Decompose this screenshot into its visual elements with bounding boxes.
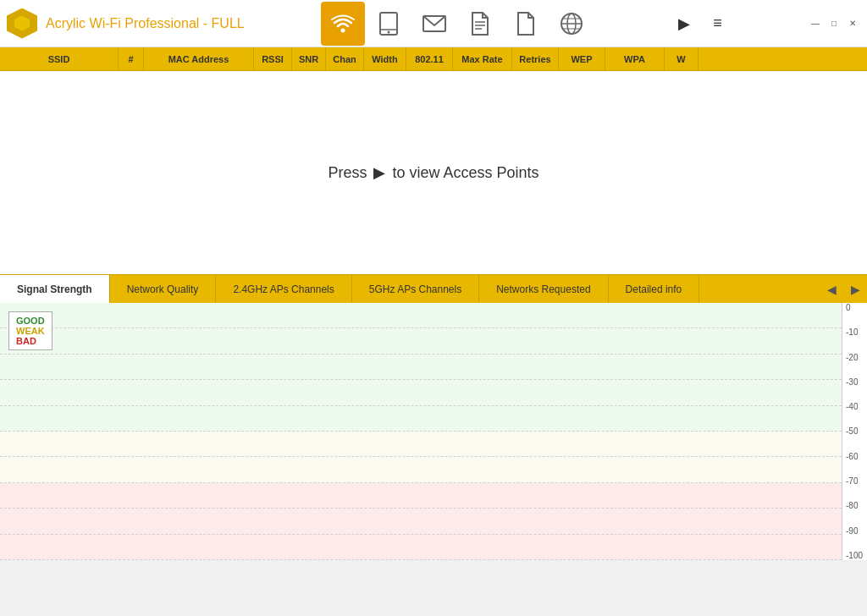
y-label-80: -80 <box>846 501 864 510</box>
chart-row-7 <box>0 483 842 509</box>
globe-icon <box>560 12 583 36</box>
y-label-20: -20 <box>846 353 864 362</box>
bottom-tabs: Signal Strength Network Quality 2.4GHz A… <box>0 274 867 303</box>
tab-signal-strength[interactable]: Signal Strength <box>0 275 110 303</box>
tab-networks-requested[interactable]: Networks Requested <box>479 275 608 303</box>
svg-point-2 <box>388 30 390 33</box>
chart-row-1 <box>0 328 842 354</box>
press-suffix: to view Access Points <box>392 164 538 182</box>
col-wpa: WPA <box>605 47 665 70</box>
col-retries: Retries <box>512 47 559 70</box>
window-controls: — □ ✕ <box>808 16 860 31</box>
toolbar-tablet-button[interactable] <box>367 2 411 46</box>
chart-container <box>0 303 842 560</box>
wifi-icon <box>331 14 355 33</box>
y-label-40: -40 <box>846 402 864 411</box>
y-label-70: -70 <box>846 476 864 486</box>
titlebar: Acrylic Wi-Fi Professional - FULL <box>0 0 867 47</box>
restore-button[interactable]: □ <box>826 16 842 31</box>
y-label-50: -50 <box>846 426 864 436</box>
toolbar-doc1-button[interactable] <box>458 2 502 46</box>
toolbar-envelope-button[interactable] <box>412 2 456 46</box>
col-snr: SNR <box>292 47 326 70</box>
legend-good: GOOD <box>16 316 45 326</box>
legend-bad: BAD <box>16 336 45 346</box>
col-wep: WEP <box>559 47 605 70</box>
minimize-button[interactable]: — <box>808 16 823 31</box>
chart-row-3 <box>0 380 842 405</box>
toolbar <box>321 2 594 46</box>
press-prefix: Press <box>328 164 367 182</box>
chart-row-6 <box>0 457 842 482</box>
col-ssid: SSID <box>0 47 119 70</box>
app-logo <box>7 8 37 39</box>
chart-wrapper: 0 -10 -20 -30 -40 -50 -60 -70 -80 -90 -1… <box>0 303 867 560</box>
app-title-highlight: - FULL <box>199 16 244 30</box>
y-label-30: -30 <box>846 377 864 387</box>
y-label-90: -90 <box>846 526 864 536</box>
tab-network-quality[interactable]: Network Quality <box>110 275 217 303</box>
chart-legend: GOOD WEAK BAD <box>8 311 52 350</box>
col-w: W <box>665 47 699 70</box>
col-maxrate: Max Rate <box>453 47 512 70</box>
tab-prev-button[interactable]: ◀ <box>820 278 843 301</box>
tab-next-button[interactable]: ▶ <box>843 278 867 301</box>
chart-area: GOOD WEAK BAD <box>0 303 867 560</box>
col-width: Width <box>364 47 406 70</box>
main-area: SSID # MAC Address RSSI SNR Chan Width 8… <box>0 47 867 560</box>
app-title: Acrylic Wi-Fi Professional - FULL <box>46 16 245 31</box>
col-mac: MAC Address <box>144 47 254 70</box>
legend-weak: WEAK <box>16 326 45 336</box>
toolbar-doc2-button[interactable] <box>504 2 548 46</box>
tab-5ghz-channels[interactable]: 5GHz APs Channels <box>352 275 479 303</box>
chart-row-4 <box>0 406 842 432</box>
col-80211: 802.11 <box>406 47 453 70</box>
y-label-0: 0 <box>846 303 864 312</box>
main-content: Press ▶ to view Access Points <box>0 71 867 274</box>
titlebar-left: Acrylic Wi-Fi Professional - FULL <box>7 8 245 39</box>
y-label-100: -100 <box>846 551 864 560</box>
press-message: Press ▶ to view Access Points <box>328 163 538 182</box>
col-num: # <box>119 47 144 70</box>
chart-row-2 <box>0 355 842 380</box>
chart-main <box>0 303 842 560</box>
tablet-icon <box>378 12 399 36</box>
play-area: ▶ ≡ <box>671 10 732 37</box>
table-header: SSID # MAC Address RSSI SNR Chan Width 8… <box>0 47 867 71</box>
document-blank-icon <box>516 12 535 36</box>
col-rssi: RSSI <box>254 47 292 70</box>
document-icon <box>471 12 489 36</box>
tab-24ghz-channels[interactable]: 2.4GHz APs Channels <box>216 275 351 303</box>
chart-row-9 <box>0 535 842 560</box>
toolbar-globe-button[interactable] <box>549 2 594 46</box>
chart-row-0 <box>0 303 842 328</box>
envelope-icon <box>422 14 446 33</box>
tab-detailed-info[interactable]: Detailed info <box>609 275 700 303</box>
y-label-60: -60 <box>846 452 864 461</box>
y-label-10: -10 <box>846 327 864 337</box>
y-axis: 0 -10 -20 -30 -40 -50 -60 -70 -80 -90 -1… <box>842 303 867 560</box>
tab-nav: ◀ ▶ <box>820 278 867 301</box>
menu-button[interactable]: ≡ <box>704 10 732 37</box>
press-play-icon: ▶ <box>373 163 385 182</box>
close-button[interactable]: ✕ <box>845 16 860 31</box>
play-button[interactable]: ▶ <box>671 10 698 37</box>
col-chan: Chan <box>326 47 364 70</box>
app-title-text: Acrylic Wi-Fi Professional <box>46 16 199 30</box>
svg-point-0 <box>341 28 345 32</box>
toolbar-wifi-button[interactable] <box>321 2 365 46</box>
chart-row-8 <box>0 509 842 534</box>
chart-row-5 <box>0 432 842 457</box>
